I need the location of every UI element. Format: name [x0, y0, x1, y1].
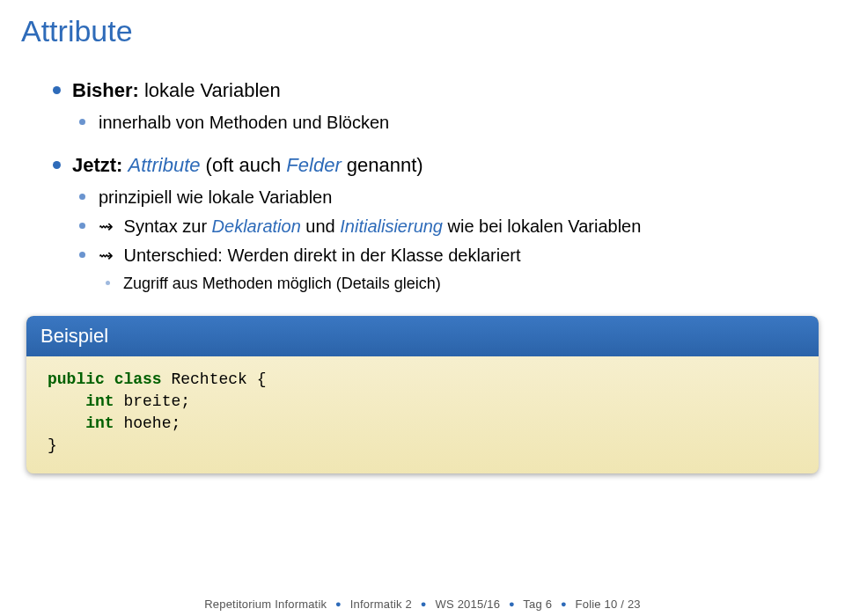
- bullet-bisher-text: lokale Variablen: [139, 79, 281, 101]
- bullet-jetzt-bold: Jetzt:: [72, 154, 129, 176]
- code-close: }: [48, 436, 57, 454]
- bullet-unterschied: ⇝ Unterschied: Werden direkt in der Klas…: [79, 243, 810, 268]
- bullet-syntax-em1: Deklaration: [212, 216, 301, 236]
- footer-d: Tag 6: [523, 598, 552, 611]
- bullet-jetzt: Jetzt: Attribute (oft auch Felder genann…: [53, 151, 810, 180]
- slide-title: Attribute: [0, 0, 845, 55]
- bullet-sep-icon: ●: [561, 598, 567, 609]
- bullet-syntax-t1: Syntax zur: [119, 216, 212, 236]
- bullet-jetzt-text2: genannt): [342, 154, 423, 176]
- example-block: Beispiel public class Rechteck { int bre…: [26, 316, 819, 473]
- bullet-jetzt-text1: (oft auch: [201, 154, 287, 176]
- footer-c: WS 2015/16: [436, 598, 501, 611]
- bullet-zugriff: Zugriff aus Methoden möglich (Details gl…: [106, 272, 810, 295]
- kw-int: int: [85, 414, 114, 432]
- code-hoehe: hoehe;: [114, 414, 181, 432]
- slide-content: Bisher: lokale Variablen innerhalb von M…: [0, 55, 845, 295]
- code-classname: Rechteck {: [162, 370, 267, 388]
- example-header: Beispiel: [26, 316, 819, 356]
- bullet-bisher: Bisher: lokale Variablen: [53, 77, 810, 105]
- arrow-icon: ⇝: [99, 214, 114, 239]
- footer-b: Informatik 2: [350, 598, 412, 611]
- bullet-syntax-t3: wie bei lokalen Variablen: [443, 216, 641, 236]
- code-breite: breite;: [114, 392, 190, 410]
- bullet-sep-icon: ●: [509, 598, 515, 609]
- bullet-unterschied-text: Unterschied: Werden direkt in der Klasse…: [119, 246, 521, 265]
- bullet-syntax-em2: Initialisierung: [340, 216, 443, 236]
- bullet-sep-icon: ●: [421, 598, 427, 609]
- kw-public: public: [48, 370, 105, 388]
- kw-class: class: [114, 370, 162, 388]
- bullet-bisher-sub: innerhalb von Methoden und Blöcken: [79, 110, 810, 136]
- bullet-jetzt-attr: Attribute: [129, 154, 201, 176]
- bullet-sep-icon: ●: [335, 598, 342, 609]
- bullet-syntax: ⇝ Syntax zur Deklaration und Initialisie…: [79, 214, 810, 239]
- slide-footer: Repetitorium Informatik ● Informatik 2 ●…: [0, 598, 845, 611]
- bullet-jetzt-felder: Felder: [286, 154, 341, 176]
- arrow-icon: ⇝: [99, 243, 114, 268]
- bullet-bisher-bold: Bisher:: [72, 79, 139, 101]
- bullet-syntax-t2: und: [301, 216, 340, 236]
- footer-a: Repetitorium Informatik: [204, 598, 327, 611]
- kw-int: int: [85, 392, 114, 410]
- footer-e: Folie 10 / 23: [576, 598, 641, 611]
- example-code: public class Rechteck { int breite; int …: [26, 356, 819, 473]
- bullet-prinz: prinzipiell wie lokale Variablen: [79, 185, 810, 210]
